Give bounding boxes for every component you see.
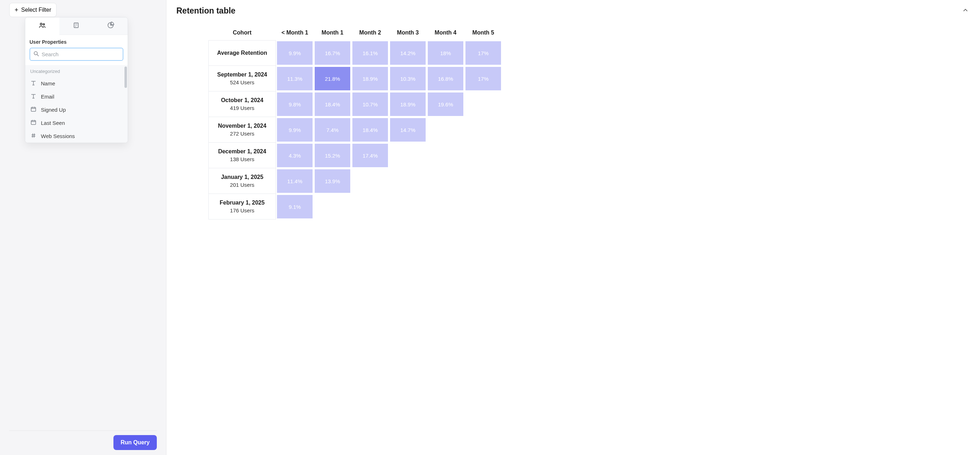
retention-row: February 1, 2025176 Users9.1%	[208, 194, 502, 219]
retention-cell: 16.8%	[427, 66, 465, 91]
retention-header-row: Cohort < Month 1Month 1Month 2Month 3Mon…	[208, 26, 502, 40]
empty-cell	[465, 194, 502, 219]
cohort-name: October 1, 2024	[212, 97, 272, 104]
pie-chart-icon	[107, 24, 114, 30]
empty-cell	[427, 143, 465, 168]
svg-point-8	[34, 51, 37, 55]
cohort-name: December 1, 2024	[212, 148, 272, 155]
retention-cell: 18.4%	[351, 117, 389, 143]
cohort-user-count: 272 Users	[212, 131, 272, 137]
property-item[interactable]: Signed Up	[25, 103, 128, 117]
svg-line-9	[37, 54, 39, 56]
retention-cell: 14.7%	[389, 117, 427, 143]
property-search-input[interactable]	[41, 51, 120, 57]
retention-cell: 17%	[465, 40, 502, 66]
month-header: < Month 1	[276, 26, 313, 40]
popover-section-title: User Properties	[25, 35, 128, 48]
property-item[interactable]: Last Seen	[25, 117, 128, 129]
property-item[interactable]: Email	[25, 90, 128, 103]
run-query-button[interactable]: Run Query	[113, 435, 157, 450]
empty-cell	[313, 194, 351, 219]
empty-cell	[465, 91, 502, 117]
retention-row: December 1, 2024138 Users4.3%15.2%17.4%	[208, 143, 502, 168]
cohort-header: Cohort	[208, 26, 276, 40]
retention-row: October 1, 2024419 Users9.8%18.4%10.7%18…	[208, 91, 502, 117]
retention-cell: 19.6%	[427, 91, 465, 117]
scrollbar-thumb[interactable]	[124, 67, 127, 88]
select-filter-button[interactable]: + Select Filter	[9, 3, 57, 17]
retention-cell: 9.9%	[276, 40, 313, 66]
cohort-cell: February 1, 2025176 Users	[208, 194, 276, 219]
cohort-cell: October 1, 2024419 Users	[208, 91, 276, 117]
tab-users[interactable]	[25, 18, 59, 35]
empty-cell	[465, 117, 502, 143]
svg-point-0	[40, 23, 42, 25]
date-type-icon	[30, 106, 37, 113]
empty-cell	[351, 168, 389, 194]
empty-cell	[465, 168, 502, 194]
cohort-user-count: 201 Users	[212, 182, 272, 188]
cohort-cell: December 1, 2024138 Users	[208, 143, 276, 168]
retention-row: September 1, 2024524 Users11.3%21.8%18.9…	[208, 66, 502, 91]
cohort-user-count: 524 Users	[212, 79, 272, 85]
cohort-cell: January 1, 2025201 Users	[208, 168, 276, 194]
cohort-name: Average Retention	[212, 50, 272, 56]
empty-cell	[389, 194, 427, 219]
month-header: Month 4	[427, 26, 465, 40]
select-filter-label: Select Filter	[21, 7, 51, 13]
retention-row: November 1, 2024272 Users9.9%7.4%18.4%14…	[208, 117, 502, 143]
cohort-name: January 1, 2025	[212, 174, 272, 180]
property-item[interactable]: Name	[25, 77, 128, 90]
retention-cell: 4.3%	[276, 143, 313, 168]
svg-point-1	[43, 24, 45, 25]
empty-cell	[389, 143, 427, 168]
property-group-label: Uncategorized	[25, 65, 128, 77]
svg-rect-10	[31, 107, 36, 111]
month-header: Month 2	[351, 26, 389, 40]
collapse-panel-button[interactable]	[961, 6, 970, 16]
month-header: Month 5	[465, 26, 502, 40]
empty-cell	[465, 143, 502, 168]
retention-cell: 18%	[427, 40, 465, 66]
retention-cell: 18.9%	[389, 91, 427, 117]
date-type-icon	[30, 119, 37, 127]
search-icon	[33, 51, 40, 58]
retention-cell: 17.4%	[351, 143, 389, 168]
retention-cell: 10.7%	[351, 91, 389, 117]
company-icon	[73, 24, 80, 30]
retention-row: January 1, 2025201 Users11.4%13.9%	[208, 168, 502, 194]
property-item-label: Signed Up	[41, 107, 66, 113]
cohort-name: November 1, 2024	[212, 123, 272, 129]
users-icon	[39, 24, 46, 30]
cohort-name: February 1, 2025	[212, 200, 272, 206]
cohort-cell: September 1, 2024524 Users	[208, 66, 276, 91]
retention-cell: 11.3%	[276, 66, 313, 91]
svg-rect-14	[31, 121, 36, 125]
property-item-label: Web Sessions	[41, 133, 75, 139]
empty-cell	[351, 194, 389, 219]
svg-line-20	[32, 133, 33, 138]
retention-cell: 7.4%	[313, 117, 351, 143]
retention-cell: 16.7%	[313, 40, 351, 66]
property-item[interactable]: Web Sessions	[25, 129, 128, 143]
cohort-cell: November 1, 2024272 Users	[208, 117, 276, 143]
property-item-label: Email	[41, 94, 54, 100]
plus-icon: +	[14, 7, 19, 13]
svg-line-21	[34, 133, 35, 138]
filter-popover: User Properties Uncategorized NameEmailS…	[25, 17, 128, 143]
retention-cell: 15.2%	[313, 143, 351, 168]
empty-cell	[389, 168, 427, 194]
tab-companies[interactable]	[59, 18, 94, 35]
cohort-user-count: 138 Users	[212, 156, 272, 162]
retention-cell: 10.3%	[389, 66, 427, 91]
retention-cell: 9.8%	[276, 91, 313, 117]
month-header: Month 3	[389, 26, 427, 40]
tab-segments[interactable]	[94, 18, 128, 35]
panel-title: Retention table	[177, 6, 235, 16]
retention-cell: 9.9%	[276, 117, 313, 143]
cohort-cell: Average Retention	[208, 40, 276, 66]
retention-cell: 17%	[465, 66, 502, 91]
retention-cell: 9.1%	[276, 194, 313, 219]
retention-cell: 16.1%	[351, 40, 389, 66]
retention-cell: 13.9%	[313, 168, 351, 194]
